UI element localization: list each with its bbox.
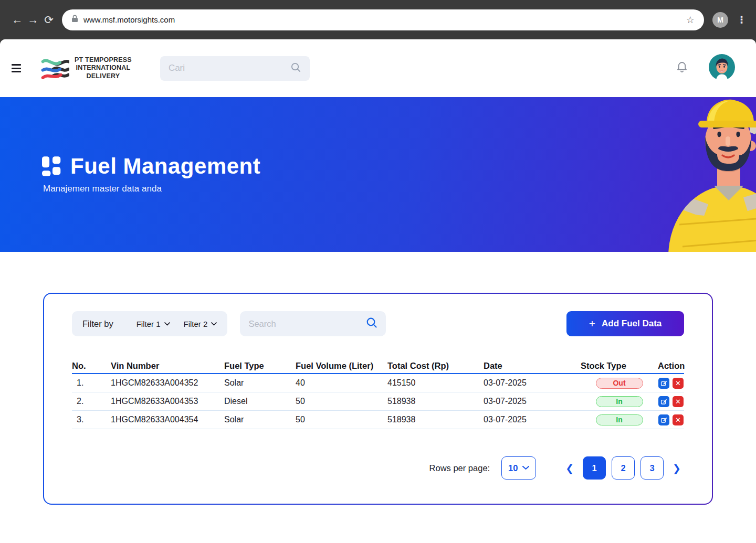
col-date: Date (484, 361, 581, 371)
main-content: Filter by Filter 1 Filter 2 (0, 252, 756, 505)
prev-page-button[interactable]: ❮ (562, 462, 577, 474)
browser-menu-icon[interactable]: ⋮ (737, 14, 747, 26)
col-total-cost: Total Cost (Rp) (387, 361, 484, 371)
table-row: 2. 1HGCM82633A004353 Diesel 50 518938 03… (72, 392, 684, 411)
edit-button[interactable] (658, 414, 669, 425)
page-button-1[interactable]: 1 (583, 456, 606, 480)
page: PT TEMPOPRESS INTERNATIONAL DELIVERY (0, 39, 756, 543)
filter1-dropdown[interactable]: Filter 1 (136, 320, 170, 328)
url-text[interactable]: www.msf.motorsights.com (83, 15, 175, 24)
app-header: PT TEMPOPRESS INTERNATIONAL DELIVERY (0, 39, 756, 97)
edit-button[interactable] (658, 396, 669, 407)
status-badge: Out (596, 378, 643, 389)
status-badge: In (596, 414, 643, 425)
col-action: Action (658, 361, 685, 371)
table-row: 1. 1HGCM82633A004352 Solar 40 415150 03-… (72, 374, 684, 392)
filter2-dropdown[interactable]: Filter 2 (184, 320, 217, 328)
delete-button[interactable]: ✕ (673, 396, 684, 407)
page-title: Fuel Management (70, 154, 260, 179)
address-bar[interactable]: www.msf.motorsights.com ☆ (62, 9, 704, 30)
browser-profile-avatar[interactable]: M (712, 12, 728, 28)
col-vin: Vin Number (111, 361, 224, 371)
table-search[interactable] (240, 311, 386, 336)
x-icon: ✕ (675, 398, 681, 406)
edit-pencil-icon (660, 398, 667, 405)
reload-icon[interactable]: ⟳ (41, 14, 57, 26)
header-search[interactable] (160, 56, 310, 81)
table-toolbar: Filter by Filter 1 Filter 2 (72, 311, 684, 336)
company-logo: PT TEMPOPRESS INTERNATIONAL DELIVERY (41, 56, 132, 81)
edit-pencil-icon (660, 417, 667, 423)
col-fuel-volume: Fuel Volume (Liter) (296, 361, 387, 371)
delete-button[interactable]: ✕ (673, 414, 684, 425)
page-button-2[interactable]: 2 (612, 456, 635, 480)
logo-ribbons-icon (41, 56, 69, 81)
edit-pencil-icon (660, 380, 667, 387)
x-icon: ✕ (675, 416, 681, 424)
status-badge: In (596, 396, 643, 407)
user-avatar[interactable] (709, 54, 735, 82)
page-subtitle: Manajemen master data anda (43, 184, 260, 194)
chevron-down-icon (211, 322, 217, 326)
delete-button[interactable]: ✕ (673, 378, 684, 389)
search-icon (366, 317, 377, 331)
edit-button[interactable] (658, 378, 669, 389)
hero-banner: Fuel Management Manajemen master data an… (0, 97, 756, 252)
pagination: Rows per page: 10 ❮ 1 2 3 ❯ (72, 456, 684, 480)
col-fuel-type: Fuel Type (224, 361, 296, 371)
col-no: No. (72, 361, 111, 371)
col-stock-type: Stock Type (581, 361, 658, 371)
x-icon: ✕ (675, 379, 681, 387)
worker-illustration (662, 97, 756, 252)
table-header-row: No. Vin Number Fuel Type Fuel Volume (Li… (72, 358, 684, 374)
forward-icon[interactable]: → (25, 14, 41, 26)
rows-per-page-select[interactable]: 10 (501, 456, 536, 480)
chevron-down-icon (522, 466, 529, 470)
plus-icon: + (589, 317, 595, 330)
hamburger-menu-icon[interactable] (12, 64, 21, 72)
lock-icon (71, 15, 78, 25)
page-button-3[interactable]: 3 (640, 456, 664, 480)
data-card: Filter by Filter 1 Filter 2 (43, 293, 713, 505)
add-fuel-data-button[interactable]: + Add Fuel Data (566, 311, 684, 336)
bookmark-star-icon[interactable]: ☆ (686, 14, 695, 26)
browser-chrome: ← → ⟳ www.msf.motorsights.com ☆ M ⋮ (0, 0, 756, 39)
search-icon (290, 62, 301, 75)
company-name: PT TEMPOPRESS INTERNATIONAL DELIVERY (75, 56, 132, 81)
next-page-button[interactable]: ❯ (669, 462, 684, 474)
back-icon[interactable]: ← (9, 14, 25, 26)
table-row: 3. 1HGCM82633A004354 Solar 50 518938 03-… (72, 411, 684, 429)
chevron-down-icon (164, 322, 170, 326)
notification-bell-icon[interactable] (676, 61, 688, 76)
rows-per-page-label: Rows per page: (429, 463, 490, 473)
fuel-management-grid-icon (42, 156, 63, 177)
header-search-input[interactable] (169, 63, 290, 73)
filter-group: Filter by Filter 1 Filter 2 (72, 311, 227, 336)
filter-by-label: Filter by (82, 319, 113, 329)
table-search-input[interactable] (248, 319, 366, 329)
fuel-table: No. Vin Number Fuel Type Fuel Volume (Li… (72, 358, 684, 429)
